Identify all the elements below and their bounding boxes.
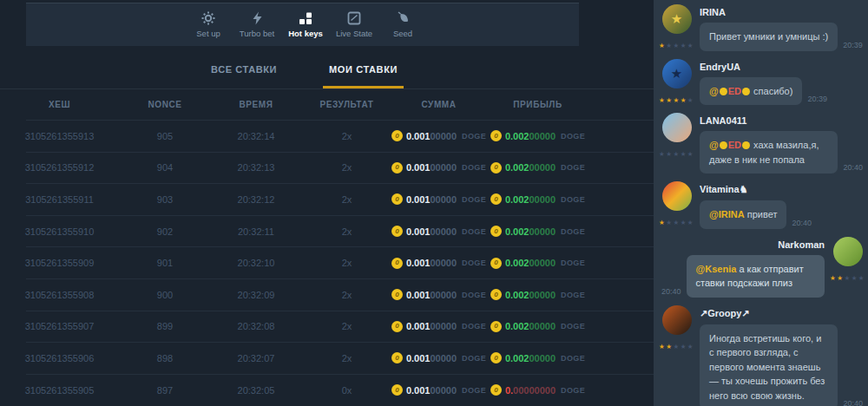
chat-username[interactable]: EndryUA [700,62,863,72]
bet-time: 20:32:12 [211,194,301,205]
user-avatar[interactable] [662,305,692,335]
table-row[interactable]: 3105261355909 901 20:32:10 2x 0 0.001000… [0,247,590,278]
bet-hash: 3105261355911 [0,194,119,205]
currency-label: DOGE [561,163,585,172]
doge-coin-icon: 0 [391,162,403,174]
chat-panel: ★ ★★★★★ IRINA Привет умники и умницы :) … [654,0,868,406]
profit-value: 0.00200000 [505,131,556,141]
chat-timestamp: 20:39 [807,95,827,105]
user-avatar[interactable] [833,237,863,266]
toolbar-item-seed[interactable]: Seed [378,11,427,38]
message-text: ED [728,140,741,150]
bet-amount: 0 0.00100000 DOGE [392,384,485,396]
table-row[interactable]: 3105261355906 898 20:32:07 2x 0 0.001000… [0,343,590,374]
star-icon: ★ [687,150,694,158]
user-avatar[interactable]: ★ [662,59,692,88]
profit-value: 0.00200000 [505,353,556,363]
amount-value: 0.00100000 [406,321,457,331]
doge-coin-icon: 0 [490,162,502,174]
bet-nonce: 900 [119,290,211,300]
user-avatar[interactable]: ★ [662,4,692,34]
bet-profit: 0 0.00200000 DOGE [485,258,590,269]
user-rating-stars: ★★★★★ [659,96,694,104]
star-icon: ★ [659,150,666,158]
toolbar-item-live-state[interactable]: Live State [330,11,378,38]
chat-username[interactable]: Narkoman [661,239,825,250]
bet-time: 20:32:08 [211,321,301,331]
tab-my-bets[interactable]: МОИ СТАВКИ [323,64,404,88]
toolbar-item-label: Hot keys [288,29,323,38]
bet-hash: 3105261355905 [0,385,119,396]
star-icon: ★ [681,219,687,226]
toolbar-item-hot-keys[interactable]: Hot keys [281,11,330,38]
chat-message: ★ ★★★★★ IRINA Привет умники и умницы :) … [661,4,863,51]
bet-amount: 0 0.00100000 DOGE [392,193,485,205]
currency-label: DOGE [561,322,585,331]
chat-timestamp: 20:40 [792,219,812,229]
toolbar-item-turbo-bet[interactable]: Turbo bet [233,11,281,38]
star-icon: ★ [673,343,680,350]
chat-bubble-row: @Ksenia а как отправит ставки подскажи п… [661,255,825,298]
amount-value: 0.00100000 [406,353,457,363]
user-mention: @ [709,140,719,150]
bet-nonce: 903 [119,194,211,205]
bet-nonce: 901 [119,258,211,268]
user-mention: @Ksenia [696,264,737,274]
currency-label: DOGE [561,291,585,299]
currency-label: DOGE [462,132,486,141]
chat-bubble: @Ksenia а как отправит ставки подскажи п… [687,255,825,298]
bet-profit: 0 0.00200000 DOGE [485,321,590,332]
doge-coin-icon: 0 [391,321,403,332]
bet-time: 20:32:09 [211,290,301,300]
chat-user-meta: ★ ★★★★★ [661,4,692,51]
bet-nonce: 898 [119,353,211,363]
user-avatar[interactable] [662,181,692,211]
table-row[interactable]: 3105261355905 897 20:32:05 0x 0 0.001000… [0,375,590,406]
bet-profit: 0 0.00200000 DOGE [485,130,590,141]
tab-all-bets[interactable]: ВСЕ СТАВКИ [205,64,283,88]
chat-message-content: Vitamina♞ @IRINA привет 20:40 [700,181,863,229]
star-icon: ★ [687,42,694,49]
table-row[interactable]: 3105261355908 900 20:32:09 2x 0 0.001000… [0,279,590,311]
bet-time: 20:32:14 [211,131,301,141]
coin-icon [720,88,727,95]
chat-username[interactable]: Vitamina♞ [700,184,863,195]
currency-label: DOGE [561,132,585,141]
bet-hash: 3105261355912 [0,162,119,173]
table-row[interactable]: 3105261355910 902 20:32:11 2x 0 0.001000… [0,216,590,247]
chat-message-content: EndryUA @ED спасибо) 20:39 [700,59,863,106]
currency-label: DOGE [462,259,486,267]
chat-username[interactable]: LANA0411 [700,115,863,126]
bets-table-body: 3105261355913 905 20:32:14 2x 0 0.001000… [0,120,654,405]
bet-nonce: 897 [119,385,211,396]
currency-label: DOGE [462,227,486,236]
profit-value: 0.00200000 [505,194,556,205]
column-header-result: РЕЗУЛЬТАТ [301,100,392,109]
table-row[interactable]: 3105261355913 905 20:32:14 2x 0 0.001000… [0,121,590,152]
message-text: Привет умники и умницы :) [709,31,828,42]
amount-value: 0.00100000 [406,162,457,173]
star-icon: ★ [673,219,680,226]
star-icon: ★ [844,274,851,282]
star-icon: ★ [659,42,666,49]
chat-timestamp: 20:39 [843,41,863,51]
table-row[interactable]: 3105261355912 904 20:32:13 2x 0 0.001000… [0,153,590,184]
user-rating-stars: ★★★★★ [659,42,694,49]
chat-bubble: Иногда встретишь кого, и с первого взгля… [700,324,838,406]
star-icon: ★ [673,150,680,158]
chat-message-content: LANA0411 @ED хаха мазила,я, даже в ник н… [700,113,863,174]
doge-coin-icon: 0 [391,258,403,269]
chat-username[interactable]: ↗Groopy↗ [700,308,863,319]
star-icon: ★ [673,42,680,49]
bet-nonce: 905 [119,131,211,141]
user-avatar[interactable] [662,113,692,142]
table-row[interactable]: 3105261355911 903 20:32:12 2x 0 0.001000… [0,184,590,215]
bet-profit: 0 0.00200000 DOGE [485,226,590,237]
toolbar-item-set-up[interactable]: Set up [184,11,233,38]
star-icon: ★ [858,274,865,282]
bet-result: 2x [301,321,392,331]
doge-coin-icon: 0 [490,384,502,396]
doge-coin-icon: 0 [391,226,403,237]
chat-username[interactable]: IRINA [700,7,863,17]
table-row[interactable]: 3105261355907 899 20:32:08 2x 0 0.001000… [0,311,590,343]
